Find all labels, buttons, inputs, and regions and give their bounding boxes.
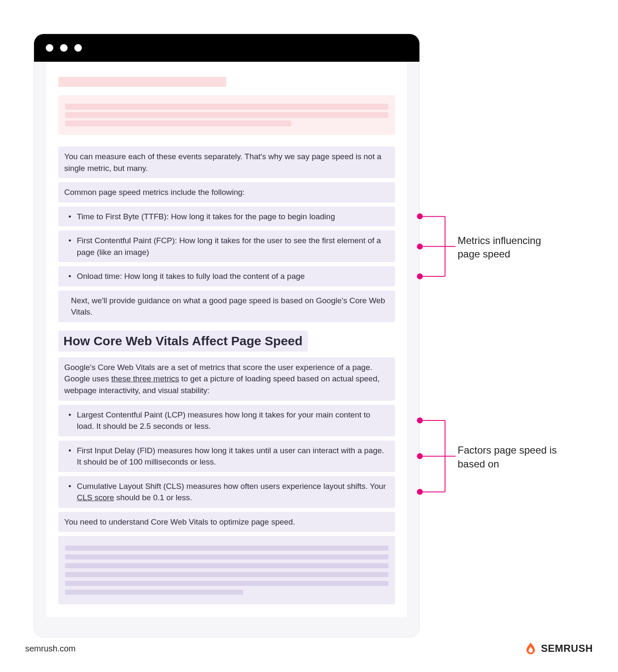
metric-item: Time to First Byte (TTFB): How long it t… <box>58 207 395 227</box>
paragraph-cwv-intro: Google's Core Web Vitals are a set of me… <box>58 357 395 401</box>
skeleton-title <box>58 77 226 87</box>
section-heading: How Core Web Vitals Affect Page Speed <box>58 331 308 352</box>
metric-item: Onload time: How long it takes to fully … <box>58 266 395 286</box>
metric-item: First Contentful Paint (FCP): How long i… <box>58 231 395 262</box>
annotation-label-metrics: Metrics influencing page speed <box>458 234 563 261</box>
skeleton-paragraph <box>58 95 395 135</box>
link-three-metrics[interactable]: these three metrics <box>111 374 179 383</box>
window-titlebar <box>34 34 419 62</box>
factor-item: First Input Delay (FID) measures how lon… <box>58 441 395 472</box>
paragraph-metrics-lead: Common page speed metrics include the fo… <box>58 182 395 202</box>
page-content: You can measure each of these events sep… <box>47 62 407 617</box>
browser-mock: You can measure each of these events sep… <box>34 34 420 638</box>
link-cls-score[interactable]: CLS score <box>77 493 114 502</box>
window-dot <box>46 44 53 52</box>
annotation-label-factors: Factors page speed is based on <box>458 444 567 471</box>
paragraph-transition: Next, we'll provide guidance on what a g… <box>58 291 395 322</box>
footer-site: semrush.com <box>25 644 76 654</box>
factor-item: Cumulative Layout Shift (CLS) measures h… <box>58 476 395 508</box>
window-dot <box>74 44 82 52</box>
factors-list: Largest Contentful Paint (LCP) measures … <box>58 405 395 508</box>
metrics-list: Time to First Byte (TTFB): How long it t… <box>58 207 395 286</box>
brand-logo: SEMRUSH <box>524 642 593 655</box>
window-dot <box>60 44 68 52</box>
paragraph-intro: You can measure each of these events sep… <box>58 147 395 178</box>
factor-item: Largest Contentful Paint (LCP) measures … <box>58 405 395 436</box>
skeleton-paragraph <box>58 536 395 604</box>
footer: semrush.com SEMRUSH <box>25 642 593 655</box>
paragraph-conclusion: You need to understand Core Web Vitals t… <box>58 512 395 532</box>
flame-icon <box>524 642 537 655</box>
brand-name: SEMRUSH <box>541 643 593 654</box>
